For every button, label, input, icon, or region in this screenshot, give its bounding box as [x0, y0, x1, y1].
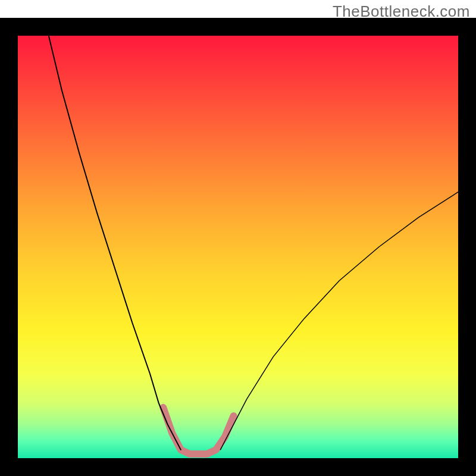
- plot-area: [18, 36, 458, 458]
- curve-overlay: [18, 36, 458, 458]
- right-arm-path: [220, 192, 458, 450]
- left-arm-path: [49, 36, 181, 450]
- trough-highlight-path: [163, 408, 233, 454]
- watermark-text: TheBottleneck.com: [333, 2, 470, 21]
- chart-frame: [0, 18, 476, 476]
